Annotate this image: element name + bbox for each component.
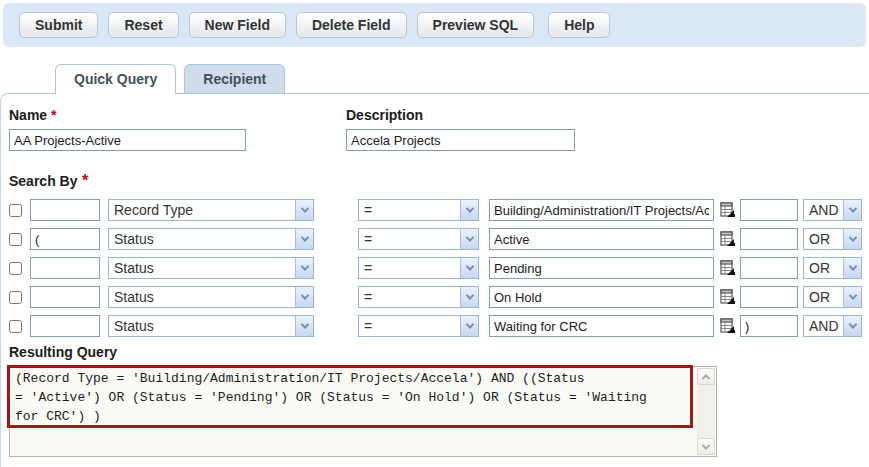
field-select-value: Status bbox=[109, 289, 154, 305]
chevron-down-icon bbox=[295, 258, 313, 278]
new-field-button[interactable]: New Field bbox=[189, 12, 286, 38]
chevron-down-icon bbox=[460, 287, 478, 307]
operator-select[interactable]: = bbox=[358, 286, 479, 308]
close-paren-input[interactable] bbox=[740, 286, 798, 308]
name-label: Name * bbox=[9, 107, 56, 123]
operator-select-value: = bbox=[359, 231, 372, 247]
close-paren-input[interactable] bbox=[740, 315, 798, 337]
tab-recipient[interactable]: Recipient bbox=[184, 64, 285, 94]
search-row: Record Type = AND bbox=[9, 199, 869, 221]
operator-select-value: = bbox=[359, 289, 372, 305]
field-select[interactable]: Status bbox=[108, 257, 314, 279]
open-paren-input[interactable] bbox=[30, 199, 100, 221]
chevron-down-icon bbox=[843, 258, 861, 278]
field-select[interactable]: Status bbox=[108, 315, 314, 337]
logic-select-value: AND bbox=[804, 318, 839, 334]
quick-query-panel: Name * Description Search By * Record Ty… bbox=[0, 93, 869, 467]
value-input[interactable] bbox=[489, 286, 714, 308]
field-select-value: Record Type bbox=[109, 202, 193, 218]
data-picker-icon[interactable] bbox=[719, 288, 736, 306]
row-select-checkbox[interactable] bbox=[9, 291, 22, 304]
required-asterisk: * bbox=[82, 172, 88, 189]
close-paren-input[interactable] bbox=[740, 228, 798, 250]
operator-select[interactable]: = bbox=[358, 228, 479, 250]
resulting-query-label: Resulting Query bbox=[9, 344, 869, 360]
required-asterisk: * bbox=[51, 107, 56, 123]
operator-select[interactable]: = bbox=[358, 315, 479, 337]
chevron-down-icon bbox=[843, 287, 861, 307]
description-label: Description bbox=[346, 107, 423, 123]
scroll-down-button[interactable] bbox=[697, 438, 715, 455]
field-select-value: Status bbox=[109, 260, 154, 276]
close-paren-input[interactable] bbox=[740, 199, 798, 221]
preview-sql-button[interactable]: Preview SQL bbox=[417, 12, 535, 38]
logic-select-value: OR bbox=[804, 260, 830, 276]
field-select-value: Status bbox=[109, 318, 154, 334]
search-row: Status = OR bbox=[9, 228, 869, 250]
chevron-down-icon bbox=[843, 200, 861, 220]
open-paren-input[interactable] bbox=[30, 286, 100, 308]
value-input[interactable] bbox=[489, 315, 714, 337]
chevron-down-icon bbox=[460, 200, 478, 220]
open-paren-input[interactable] bbox=[30, 315, 100, 337]
field-select[interactable]: Record Type bbox=[108, 199, 314, 221]
logic-select[interactable]: OR bbox=[803, 257, 862, 279]
logic-select[interactable]: OR bbox=[803, 228, 862, 250]
tab-quick-query[interactable]: Quick Query bbox=[55, 64, 176, 94]
submit-button[interactable]: Submit bbox=[19, 12, 98, 38]
field-select[interactable]: Status bbox=[108, 286, 314, 308]
operator-select[interactable]: = bbox=[358, 257, 479, 279]
name-description-row: Name * Description bbox=[9, 106, 869, 151]
search-row: Status = OR bbox=[9, 257, 869, 279]
data-picker-icon[interactable] bbox=[719, 201, 736, 219]
delete-field-button[interactable]: Delete Field bbox=[296, 12, 407, 38]
value-input[interactable] bbox=[489, 228, 714, 250]
row-select-checkbox[interactable] bbox=[9, 233, 22, 246]
query-textarea[interactable]: (Record Type = 'Building/Administration/… bbox=[9, 366, 717, 457]
operator-select-value: = bbox=[359, 260, 372, 276]
chevron-down-icon bbox=[702, 441, 710, 449]
row-select-checkbox[interactable] bbox=[9, 204, 22, 217]
open-paren-input[interactable] bbox=[30, 228, 100, 250]
row-select-checkbox[interactable] bbox=[9, 262, 22, 275]
logic-select[interactable]: AND bbox=[803, 315, 862, 337]
query-text: (Record Type = 'Building/Administration/… bbox=[15, 369, 692, 454]
value-input[interactable] bbox=[489, 199, 714, 221]
operator-select-value: = bbox=[359, 318, 372, 334]
reset-button[interactable]: Reset bbox=[108, 12, 178, 38]
open-paren-input[interactable] bbox=[30, 257, 100, 279]
logic-select-value: OR bbox=[804, 289, 830, 305]
value-input[interactable] bbox=[489, 257, 714, 279]
chevron-down-icon bbox=[460, 316, 478, 336]
chevron-down-icon bbox=[295, 229, 313, 249]
scrollbar[interactable] bbox=[697, 368, 715, 455]
chevron-down-icon bbox=[295, 200, 313, 220]
logic-select-value: OR bbox=[804, 231, 830, 247]
logic-select-value: AND bbox=[804, 202, 839, 218]
field-select-value: Status bbox=[109, 231, 154, 247]
data-picker-icon[interactable] bbox=[719, 259, 736, 277]
search-row: Status = AND bbox=[9, 315, 869, 337]
search-by-label: Search By * bbox=[9, 172, 869, 190]
search-row: Status = OR bbox=[9, 286, 869, 308]
logic-select[interactable]: AND bbox=[803, 199, 862, 221]
description-input[interactable] bbox=[346, 129, 575, 151]
chevron-down-icon bbox=[843, 229, 861, 249]
field-select[interactable]: Status bbox=[108, 228, 314, 250]
logic-select[interactable]: OR bbox=[803, 286, 862, 308]
tab-bar: Quick Query Recipient bbox=[55, 64, 869, 93]
row-select-checkbox[interactable] bbox=[9, 320, 22, 333]
help-button[interactable]: Help bbox=[548, 12, 610, 38]
chevron-down-icon bbox=[843, 316, 861, 336]
chevron-down-icon bbox=[460, 229, 478, 249]
name-input[interactable] bbox=[9, 129, 246, 151]
data-picker-icon[interactable] bbox=[719, 317, 736, 335]
chevron-up-icon bbox=[702, 374, 710, 382]
close-paren-input[interactable] bbox=[740, 257, 798, 279]
chevron-down-icon bbox=[460, 258, 478, 278]
operator-select[interactable]: = bbox=[358, 199, 479, 221]
toolbar: Submit Reset New Field Delete Field Prev… bbox=[3, 3, 866, 47]
data-picker-icon[interactable] bbox=[719, 230, 736, 248]
scroll-up-button[interactable] bbox=[697, 368, 715, 385]
chevron-down-icon bbox=[295, 316, 313, 336]
